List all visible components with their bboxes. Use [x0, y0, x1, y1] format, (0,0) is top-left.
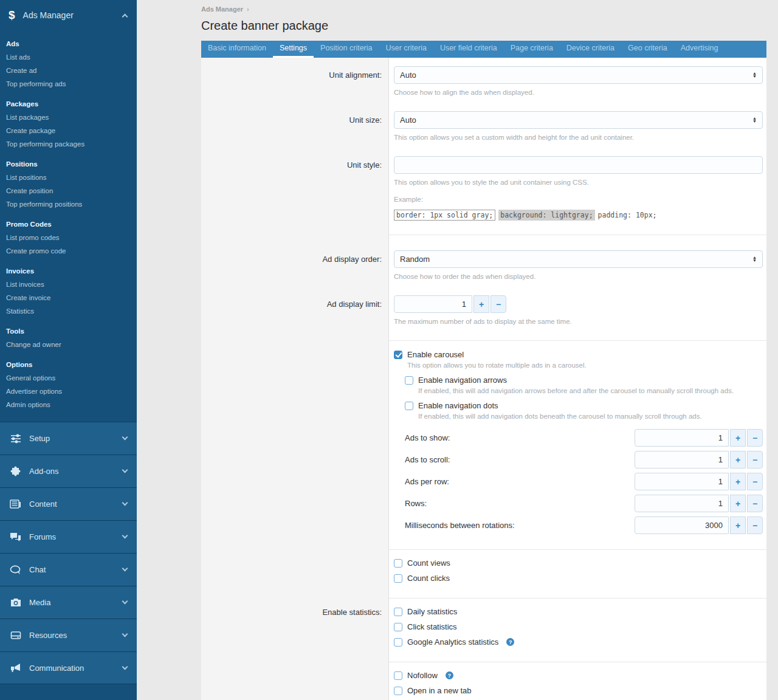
sidebar-group-packages: Packages List packages Create package To…	[0, 97, 137, 151]
sidebar-item-top-performing-packages[interactable]: Top performing packages	[0, 137, 137, 151]
field-label: Enable statistics:	[201, 607, 389, 647]
select-value: Random	[400, 255, 752, 264]
sidebar-item-top-performing-positions[interactable]: Top performing positions	[0, 197, 137, 211]
sidebar-item-create-position[interactable]: Create position	[0, 184, 137, 197]
ads-to-show-input[interactable]	[635, 429, 729, 447]
sidebar-item-list-invoices[interactable]: List invoices	[0, 278, 137, 291]
field-help: Choose how to order the ads when display…	[394, 273, 763, 280]
increment-button[interactable]: +	[730, 429, 746, 447]
field-help: This option allows you set a custom widt…	[394, 134, 763, 141]
chevron-down-icon	[122, 434, 128, 441]
checkbox-unchecked[interactable]	[394, 608, 402, 616]
unit-alignment-select[interactable]: Auto ▲▼	[394, 66, 763, 84]
sidebar-item-admin-options[interactable]: Admin options	[0, 398, 137, 411]
example-label: Example:	[394, 196, 763, 203]
decrement-button[interactable]: −	[491, 295, 506, 313]
decrement-button[interactable]: −	[747, 451, 763, 468]
google-analytics-statistics-checkbox-row[interactable]: Google Analytics statistics ?	[394, 637, 763, 647]
sidebar-item-resources[interactable]: Resources	[0, 619, 137, 651]
unit-style-input[interactable]	[394, 156, 763, 174]
sidebar-item-communication[interactable]: Communication	[0, 651, 137, 684]
divider	[389, 598, 766, 599]
sidebar-item-list-positions[interactable]: List positions	[0, 171, 137, 184]
ads-to-scroll-input[interactable]	[635, 451, 729, 468]
daily-statistics-checkbox-row[interactable]: Daily statistics	[394, 607, 763, 616]
checkbox-unchecked[interactable]	[394, 574, 402, 583]
increment-button[interactable]: +	[730, 473, 746, 490]
tab-user-criteria[interactable]: User criteria	[379, 41, 433, 58]
checkbox-label: Open in a new tab	[407, 686, 472, 695]
click-statistics-checkbox-row[interactable]: Click statistics	[394, 622, 763, 631]
sidebar-item-chat[interactable]: Chat	[0, 553, 137, 586]
sidebar-item-setup[interactable]: Setup	[0, 422, 137, 455]
increment-button[interactable]: +	[730, 451, 746, 468]
ads-per-row-input[interactable]	[635, 473, 729, 490]
sidebar-item-list-promo-codes[interactable]: List promo codes	[0, 231, 137, 244]
breadcrumb-ads-manager[interactable]: Ads Manager	[201, 5, 243, 13]
sidebar-item-list-ads[interactable]: List ads	[0, 50, 137, 64]
help-icon[interactable]: ?	[446, 671, 453, 679]
ad-display-limit-input[interactable]	[394, 295, 472, 313]
sidebar-item-statistics[interactable]: Statistics	[0, 304, 137, 318]
decrement-button[interactable]: −	[747, 473, 763, 490]
enable-navigation-dots-checkbox-row[interactable]: Enable navigation dots	[405, 401, 763, 410]
count-clicks-checkbox-row[interactable]: Count clicks	[394, 574, 763, 583]
sidebar-item-top-performing-ads[interactable]: Top performing ads	[0, 77, 137, 91]
tab-advertising[interactable]: Advertising	[674, 41, 725, 58]
decrement-button[interactable]: −	[747, 516, 763, 534]
increment-button[interactable]: +	[730, 516, 746, 534]
checkbox-unchecked[interactable]	[394, 687, 402, 695]
enable-carousel-checkbox-row[interactable]: Enable carousel	[394, 350, 763, 359]
unit-size-select[interactable]: Auto ▲▼	[394, 111, 763, 129]
tab-basic-information[interactable]: Basic information	[201, 41, 273, 58]
sidebar-item-add-ons[interactable]: Add-ons	[0, 455, 137, 487]
chevron-up-icon	[122, 14, 128, 20]
checkbox-unchecked[interactable]	[394, 638, 402, 647]
ad-display-order-select[interactable]: Random ▲▼	[394, 250, 763, 268]
enable-navigation-arrows-checkbox-row[interactable]: Enable navigation arrows	[405, 376, 763, 385]
tab-settings[interactable]: Settings	[273, 41, 314, 58]
sidebar-item-create-invoice[interactable]: Create invoice	[0, 291, 137, 304]
sidebar-item-media[interactable]: Media	[0, 586, 137, 619]
field-label: Ads per row:	[405, 477, 449, 486]
field-rows: Rows: + −	[405, 495, 763, 512]
sidebar-header-ads-manager[interactable]: $ Ads Manager	[0, 0, 137, 30]
sidebar-item-advertiser-options[interactable]: Advertiser options	[0, 385, 137, 398]
sidebar-item-change-ad-owner[interactable]: Change ad owner	[0, 338, 137, 351]
nofollow-checkbox-row[interactable]: Nofollow ?	[394, 671, 763, 680]
tab-position-criteria[interactable]: Position criteria	[314, 41, 379, 58]
sidebar-item-create-package[interactable]: Create package	[0, 124, 137, 137]
open-in-new-tab-checkbox-row[interactable]: Open in a new tab	[394, 686, 763, 695]
tab-user-field-criteria[interactable]: User field criteria	[433, 41, 504, 58]
tab-page-criteria[interactable]: Page criteria	[504, 41, 560, 58]
count-views-checkbox-row[interactable]: Count views	[394, 558, 763, 568]
increment-button[interactable]: +	[730, 495, 746, 512]
sidebar-item-forums[interactable]: Forums	[0, 520, 137, 553]
sidebar-item-create-promo-code[interactable]: Create promo code	[0, 244, 137, 258]
sidebar-item-list-packages[interactable]: List packages	[0, 111, 137, 124]
sidebar-item-content[interactable]: Content	[0, 487, 137, 520]
increment-button[interactable]: +	[473, 295, 489, 313]
sidebar-accordions: Setup Add-ons Content Forums	[0, 422, 137, 684]
select-spinner-icon: ▲▼	[752, 117, 757, 123]
field-label: Ads to show:	[405, 433, 450, 442]
checkbox-unchecked[interactable]	[394, 559, 402, 568]
checkbox-unchecked[interactable]	[405, 376, 413, 385]
checkbox-unchecked[interactable]	[394, 671, 402, 680]
checkbox-label: Daily statistics	[407, 607, 457, 616]
checkbox-unchecked[interactable]	[405, 402, 413, 410]
tab-geo-criteria[interactable]: Geo criteria	[621, 41, 674, 58]
sidebar-item-create-ad[interactable]: Create ad	[0, 64, 137, 77]
tab-device-criteria[interactable]: Device criteria	[560, 41, 621, 58]
divider	[389, 235, 766, 235]
checkbox-checked[interactable]	[394, 351, 402, 359]
sidebar-item-general-options[interactable]: General options	[0, 371, 137, 385]
decrement-button[interactable]: −	[747, 495, 763, 512]
rows-input[interactable]	[635, 495, 729, 512]
chevron-down-icon	[122, 664, 128, 670]
milliseconds-input[interactable]	[635, 516, 729, 534]
decrement-button[interactable]: −	[747, 429, 763, 447]
checkbox-unchecked[interactable]	[394, 623, 402, 631]
help-icon[interactable]: ?	[506, 638, 514, 646]
chevron-down-icon	[122, 599, 128, 605]
